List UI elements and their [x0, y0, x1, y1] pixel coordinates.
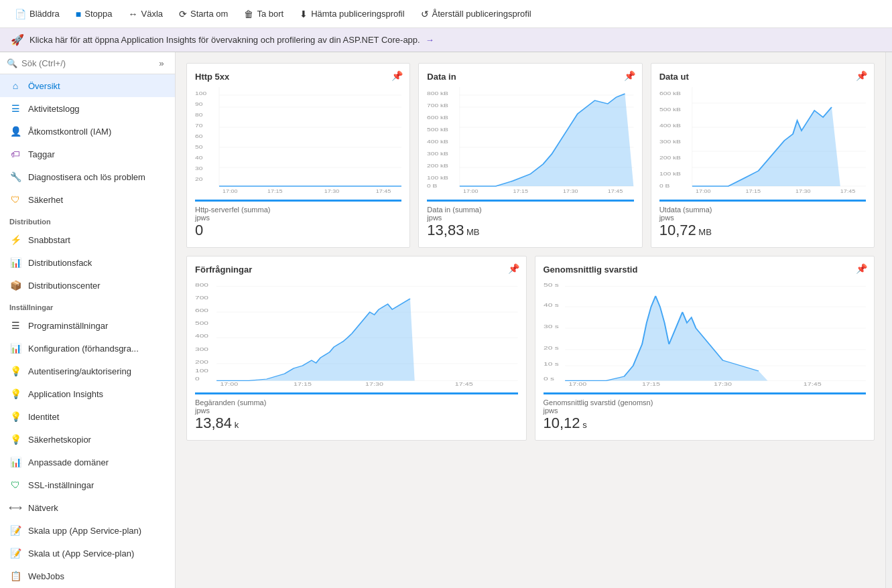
sidebar-item-taggar[interactable]: 🏷 Taggar — [0, 143, 175, 165]
swap-button[interactable]: ↔ Växla — [121, 6, 170, 22]
pin-button-data-in[interactable]: 📌 — [624, 70, 635, 81]
chart-svg-data-ut: 600 kB 500 kB 400 kB 300 kB 200 kB 100 k… — [659, 87, 866, 194]
svg-text:800: 800 — [195, 282, 209, 287]
banner-rocket-icon: 🚀 — [11, 33, 24, 46]
sidebar-item-label: Skala upp (App Service-plan) — [28, 526, 141, 536]
chart-footer-value-http5xx: 0 — [195, 222, 401, 239]
chart-footer-label-data-in: Data in (summa) — [427, 206, 633, 214]
sidebar-item-application-insights[interactable]: 💡 Application Insights — [0, 382, 175, 405]
svg-text:17:00: 17:00 — [696, 189, 711, 194]
config-icon: 📊 — [9, 342, 21, 354]
sidebar-item-anpassade-domaner[interactable]: 📊 Anpassade domäner — [0, 451, 175, 473]
sidebar-item-konfiguration[interactable]: 📊 Konfiguration (förhandsgra... — [0, 337, 175, 360]
sidebar-item-skala-ut[interactable]: 📝 Skala ut (App Service-plan) — [0, 542, 175, 565]
chart-area-data-ut: 600 kB 500 kB 400 kB 300 kB 200 kB 100 k… — [659, 87, 866, 194]
browse-button[interactable]: 📄 Bläddra — [8, 6, 66, 22]
sidebar-item-skala-upp[interactable]: 📝 Skala upp (App Service-plan) — [0, 519, 175, 542]
deploy-center-icon: 📦 — [9, 279, 21, 291]
download-profile-button[interactable]: ⬇ Hämta publiceringsprofil — [293, 6, 411, 22]
svg-text:20: 20 — [195, 176, 202, 182]
svg-text:700: 700 — [195, 295, 209, 300]
svg-text:0 B: 0 B — [427, 183, 437, 189]
chart-area-http5xx: 100 90 80 70 60 50 40 30 20 — [195, 87, 401, 194]
lightning-icon: ⚡ — [9, 234, 21, 246]
pin-button-data-ut[interactable]: 📌 — [856, 70, 867, 81]
slots-icon: 📊 — [9, 256, 21, 269]
sidebar-item-label: WebJobs — [28, 571, 64, 581]
svg-text:300: 300 — [195, 346, 209, 352]
sidebar-item-label: Nätverk — [28, 503, 58, 513]
svg-text:17:30: 17:30 — [795, 189, 811, 194]
svg-text:0: 0 — [195, 376, 200, 382]
domain-icon: 📊 — [9, 456, 21, 468]
restart-button[interactable]: ⟳ Starta om — [172, 6, 235, 22]
svg-text:600 kB: 600 kB — [659, 90, 681, 96]
svg-text:200 kB: 200 kB — [427, 163, 448, 169]
chart-http5xx: Http 5xx 📌 100 90 80 70 60 50 40 30 20 — [186, 63, 410, 248]
content-area: Http 5xx 📌 100 90 80 70 60 50 40 30 20 — [176, 52, 885, 588]
sidebar-item-autentisering[interactable]: 💡 Autentisering/auktorisering — [0, 360, 175, 382]
svg-text:50 s: 50 s — [544, 282, 559, 287]
chart-footer-value-data-ut: 10,72 MB — [659, 222, 866, 239]
network-icon: ⟷ — [9, 502, 21, 514]
sidebar-item-label: Application Insights — [28, 389, 103, 399]
sidebar-item-label: SSL-inställningar — [28, 480, 94, 490]
stop-button[interactable]: ■ Stoppa — [69, 6, 119, 22]
chart-footer-label-svarstid: Genomsnittlig svarstid (genomsn) — [544, 398, 867, 407]
svg-text:600: 600 — [195, 307, 209, 313]
svg-text:17:30: 17:30 — [365, 382, 383, 387]
sidebar-item-distributionscenter[interactable]: 📦 Distributionscenter — [0, 274, 175, 297]
delete-icon: 🗑 — [244, 9, 253, 19]
chart-footer-sublabel-forfrågningar: jpws — [195, 407, 518, 415]
sidebar-item-label: Säkerhet — [28, 195, 63, 205]
charts-row-1: Http 5xx 📌 100 90 80 70 60 50 40 30 20 — [186, 63, 875, 248]
sidebar-item-label: Diagnostisera och lös problem — [28, 172, 145, 182]
sidebar-collapse-button[interactable]: » — [155, 56, 168, 70]
sidebar-item-snabbstart[interactable]: ⚡ Snabbstart — [0, 228, 175, 251]
chart-footer-data-ut: Utdata (summa) jpws 10,72 MB — [659, 200, 866, 239]
application-insights-banner[interactable]: 🚀 Klicka här för att öppna Application I… — [0, 28, 892, 52]
pin-button-forfrågningar[interactable]: 📌 — [508, 263, 519, 274]
svg-text:700 kB: 700 kB — [427, 102, 448, 108]
svg-text:17:30: 17:30 — [563, 189, 578, 194]
chart-title-forfrågningar: Förfrågningar — [195, 265, 518, 275]
stop-label: Stoppa — [84, 9, 112, 19]
svg-text:17:00: 17:00 — [568, 382, 586, 387]
pin-button-http5xx[interactable]: 📌 — [391, 70, 403, 81]
svg-text:500: 500 — [195, 321, 209, 326]
sidebar-item-identitet[interactable]: 💡 Identitet — [0, 405, 175, 428]
activity-icon: ☰ — [9, 102, 21, 115]
sidebar-item-programinstallningar[interactable]: ☰ Programinställningar — [0, 314, 175, 337]
right-scrollbar[interactable] — [885, 52, 892, 588]
reset-profile-button[interactable]: ↺ Återställ publiceringsprofil — [414, 6, 538, 22]
svg-marker-73 — [216, 299, 415, 380]
sidebar-item-webjobs[interactable]: 📋 WebJobs — [0, 565, 175, 587]
svg-text:600 kB: 600 kB — [427, 115, 448, 121]
reset-icon: ↺ — [421, 9, 429, 19]
svg-text:10 s: 10 s — [544, 361, 559, 366]
svg-marker-90 — [565, 296, 767, 380]
chart-svarstid: Genomsnittlig svarstid 📌 50 s 40 s 30 s … — [535, 256, 875, 441]
toolbar: 📄 Bläddra ■ Stoppa ↔ Växla ⟳ Starta om 🗑… — [0, 0, 892, 28]
sidebar-item-natverk[interactable]: ⟷ Nätverk — [0, 496, 175, 519]
sidebar-item-sakerhetskopior[interactable]: 💡 Säkerhetskopior — [0, 428, 175, 451]
svg-text:80: 80 — [195, 112, 202, 118]
sidebar-item-atkomstkontroll[interactable]: 👤 Åtkomstkontroll (IAM) — [0, 120, 175, 143]
delete-label: Ta bort — [257, 9, 283, 19]
svg-text:500 kB: 500 kB — [659, 106, 681, 113]
sidebar-item-label: Autentisering/auktorisering — [28, 366, 131, 376]
chart-footer-forfrågningar: Begäranden (summa) jpws 13,84 k — [195, 392, 518, 432]
pin-button-svarstid[interactable]: 📌 — [856, 263, 867, 274]
sidebar-item-aktivitetslogg[interactable]: ☰ Aktivitetslogg — [0, 97, 175, 120]
sidebar-item-distributionsfack[interactable]: 📊 Distributionsfack — [0, 251, 175, 274]
delete-button[interactable]: 🗑 Ta bort — [237, 6, 290, 22]
sidebar-item-ssl[interactable]: 🛡 SSL-inställningar — [0, 473, 175, 496]
settings-icon: ☰ — [9, 319, 21, 332]
chart-footer-data-in: Data in (summa) jpws 13,83 MB — [427, 200, 633, 239]
sidebar-item-diagnostisera[interactable]: 🔧 Diagnostisera och lös problem — [0, 165, 175, 188]
svg-text:17:30: 17:30 — [714, 382, 732, 387]
search-input[interactable] — [21, 58, 151, 68]
sidebar-item-oversikt[interactable]: ⌂ Översikt — [0, 74, 175, 97]
svg-text:17:15: 17:15 — [642, 382, 660, 387]
sidebar-item-sakerhet[interactable]: 🛡 Säkerhet — [0, 188, 175, 211]
